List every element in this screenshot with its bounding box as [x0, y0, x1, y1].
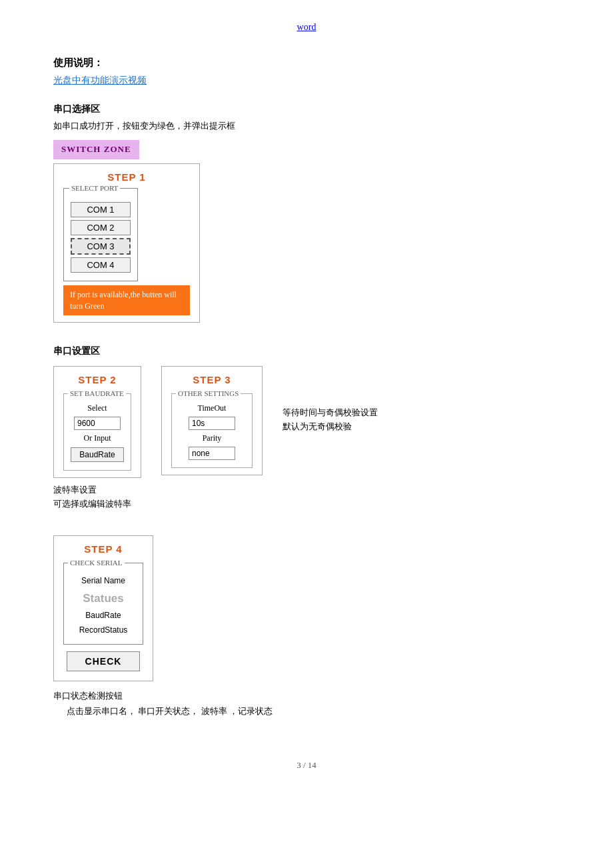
com3-button[interactable]: COM 3 — [71, 238, 131, 255]
timeout-input[interactable] — [189, 417, 235, 430]
step4-note1: 串口状态检测按钮 — [53, 689, 560, 703]
check-serial-group-label: CHECK SERIAL — [68, 557, 125, 569]
usage-section: 使用说明： 光盘中有功能演示视频 — [53, 55, 560, 88]
step2-container: STEP 2 SET BAUDRATE Select Or Input Baud… — [53, 366, 141, 478]
page-header: word — [53, 20, 560, 35]
step3-block: STEP 3 OTHER SETTINGS TimeOut Parity — [161, 366, 263, 478]
select-port-group: SELECT PORT COM 1 COM 2 COM 3 COM 4 — [63, 188, 138, 281]
step3-note1: 等待时间与奇偶校验设置 — [283, 406, 378, 420]
serial-settings-section: 串口设置区 STEP 2 SET BAUDRATE Select Or Inpu… — [53, 344, 560, 719]
serial-select-desc: 如串口成功打开，按钮变为绿色，并弹出提示框 — [53, 119, 560, 133]
usage-title: 使用说明： — [53, 55, 560, 71]
step1-container: STEP 1 SELECT PORT COM 1 COM 2 COM 3 COM… — [53, 163, 200, 323]
step4-container: STEP 4 CHECK SERIAL Serial Name Statues … — [53, 535, 153, 682]
com1-button[interactable]: COM 1 — [71, 202, 131, 217]
step3-group-label: OTHER SETTINGS — [176, 388, 241, 400]
usage-link[interactable]: 光盘中有功能演示视频 — [53, 73, 560, 88]
header-link[interactable]: word — [297, 22, 316, 32]
serial-settings-title: 串口设置区 — [53, 344, 560, 359]
serial-select-title: 串口选择区 — [53, 102, 560, 117]
step2-block: STEP 2 SET BAUDRATE Select Or Input Baud… — [53, 366, 141, 511]
baud-value-input[interactable] — [74, 417, 121, 430]
baud-note2: 可选择或编辑波特率 — [53, 497, 141, 511]
step3-container: STEP 3 OTHER SETTINGS TimeOut Parity — [161, 366, 263, 475]
baud-note1: 波特率设置 — [53, 483, 141, 497]
baudrate-label: BaudRate — [71, 609, 136, 622]
step3-group: OTHER SETTINGS TimeOut Parity — [171, 393, 253, 468]
check-btn-wrap: CHECK — [63, 651, 143, 671]
com4-button[interactable]: COM 4 — [71, 257, 131, 273]
serial-settings-row: STEP 2 SET BAUDRATE Select Or Input Baud… — [53, 366, 560, 511]
step4-desc: 点击显示串口名， 串口开关状态， 波特率 ，记录状态 — [67, 705, 560, 719]
serial-select-section: 串口选择区 如串口成功打开，按钮变为绿色，并弹出提示框 SWITCH ZONE … — [53, 102, 560, 326]
select-port-group-label: SELECT PORT — [69, 183, 120, 195]
check-serial-group: CHECK SERIAL Serial Name Statues BaudRat… — [63, 563, 143, 645]
switch-note: If port is available,the butten will tur… — [63, 285, 190, 316]
serial-name-label: Serial Name — [71, 575, 136, 587]
check-button[interactable]: CHECK — [67, 651, 140, 671]
other-inner: TimeOut Parity — [179, 398, 245, 460]
step3-label: STEP 3 — [171, 372, 253, 388]
step2-group: SET BAUDRATE Select Or Input BaudRate — [63, 393, 131, 471]
timeout-label: TimeOut — [179, 402, 245, 415]
com2-button[interactable]: COM 2 — [71, 220, 131, 235]
baudrate-button[interactable]: BaudRate — [71, 447, 124, 462]
baud-or-input-label: Or Input — [71, 432, 124, 445]
record-status-label: RecordStatus — [71, 624, 136, 637]
baud-select-label: Select — [71, 402, 124, 415]
parity-label: Parity — [179, 432, 245, 445]
page-footer: 3 / 14 — [53, 759, 560, 773]
switch-zone-label: SWITCH ZONE — [53, 140, 139, 159]
step3-note2: 默认为无奇偶校验 — [283, 420, 378, 434]
parity-input[interactable] — [189, 447, 235, 460]
step2-label: STEP 2 — [63, 372, 131, 388]
page-number: 3 / 14 — [297, 760, 316, 770]
step4-label: STEP 4 — [63, 541, 143, 557]
statues-label: Statues — [71, 589, 136, 607]
step4-block: STEP 4 CHECK SERIAL Serial Name Statues … — [53, 522, 560, 719]
step3-notes: 等待时间与奇偶校验设置 默认为无奇偶校验 — [283, 366, 378, 434]
baud-inner: Select Or Input BaudRate — [71, 398, 124, 462]
step2-group-label: SET BAUDRATE — [68, 388, 126, 400]
